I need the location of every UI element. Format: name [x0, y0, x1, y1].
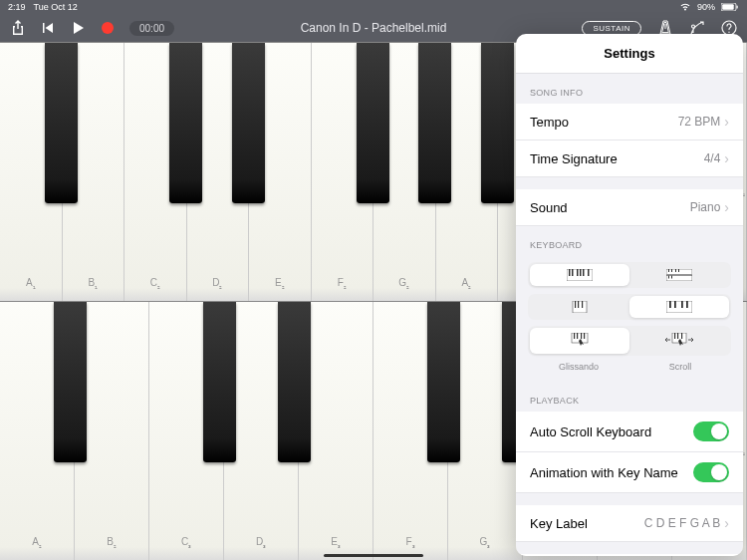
segment-double-row[interactable]	[629, 264, 729, 286]
svg-rect-13	[668, 269, 669, 272]
chevron-right-icon: ›	[724, 114, 729, 130]
home-indicator	[324, 554, 423, 557]
white-key[interactable]: E₃	[299, 302, 374, 560]
row-metronome[interactable]: Metronome and Count-in ›	[516, 554, 743, 556]
white-key[interactable]: D₃	[224, 302, 299, 560]
svg-rect-34	[674, 333, 675, 339]
play-icon[interactable]	[70, 20, 86, 36]
chevron-right-icon: ›	[724, 150, 729, 166]
svg-rect-20	[575, 301, 576, 308]
svg-rect-18	[671, 276, 672, 279]
skip-back-icon[interactable]	[40, 20, 56, 36]
svg-rect-35	[677, 333, 678, 339]
song-title: Canon In D - Pachelbel.mid	[301, 21, 447, 35]
white-key[interactable]: A₂	[0, 302, 75, 560]
svg-rect-17	[668, 276, 669, 279]
svg-rect-22	[582, 301, 583, 308]
svg-rect-29	[574, 333, 575, 339]
time-display: 00:00	[129, 21, 174, 36]
chevron-right-icon: ›	[724, 515, 729, 531]
white-key[interactable]: F₃	[374, 302, 448, 560]
white-key[interactable]: B₂	[75, 302, 149, 560]
white-key[interactable]: B₁	[63, 43, 125, 301]
svg-rect-14	[671, 269, 672, 272]
share-icon[interactable]	[10, 20, 26, 36]
segment-wide[interactable]	[629, 296, 729, 318]
settings-title: Settings	[516, 34, 743, 74]
svg-rect-7	[577, 269, 579, 276]
svg-rect-27	[686, 301, 688, 308]
segment-narrow[interactable]	[530, 296, 629, 318]
row-sound[interactable]: Sound Piano›	[516, 189, 743, 226]
row-animation: Animation with Key Name	[516, 452, 743, 493]
segment-glissando[interactable]	[530, 328, 629, 354]
svg-rect-1	[722, 4, 734, 10]
svg-rect-26	[681, 301, 683, 308]
row-time-signature[interactable]: Time Signature 4/4›	[516, 140, 743, 177]
row-key-label[interactable]: Key Label C D E F G A B›	[516, 505, 743, 542]
svg-rect-10	[588, 269, 590, 276]
svg-rect-21	[578, 301, 579, 308]
status-bar: 2:19 Tue Oct 12 90%	[0, 0, 747, 14]
toggle-animation[interactable]	[693, 462, 729, 482]
svg-rect-12	[666, 276, 692, 282]
segment-scroll[interactable]	[629, 328, 729, 354]
toggle-auto-scroll[interactable]	[693, 421, 729, 441]
segment-single-row[interactable]	[530, 264, 629, 286]
battery-level: 90%	[697, 2, 715, 12]
white-key[interactable]: A₁	[0, 43, 63, 301]
svg-rect-9	[583, 269, 585, 276]
wifi-icon	[679, 3, 691, 11]
section-playback: PLAYBACK	[516, 382, 743, 412]
status-time: 2:19	[8, 2, 26, 12]
battery-icon	[721, 3, 739, 11]
white-key[interactable]: C₂	[124, 43, 187, 301]
white-key[interactable]: F₂	[312, 43, 374, 301]
mode-labels: GlissandoScroll	[528, 362, 731, 372]
section-song-info: SONG INFO	[516, 74, 743, 104]
settings-panel: Settings SONG INFO Tempo 72 BPM› Time Si…	[516, 34, 743, 556]
row-auto-scroll: Auto Scroll Keyboard	[516, 412, 743, 452]
white-key[interactable]: D₂	[187, 43, 250, 301]
svg-rect-36	[681, 333, 682, 339]
svg-rect-16	[678, 269, 679, 272]
chevron-right-icon: ›	[724, 199, 729, 215]
white-key[interactable]: A₂	[436, 43, 499, 301]
white-key[interactable]: G₂	[374, 43, 436, 301]
section-keyboard: KEYBOARD	[516, 226, 743, 256]
svg-rect-8	[580, 269, 582, 276]
white-key[interactable]: G₃	[448, 302, 523, 560]
keyboard-mode-selector[interactable]	[528, 326, 731, 356]
keyboard-rows-selector[interactable]	[528, 262, 731, 288]
svg-rect-24	[669, 301, 671, 308]
svg-rect-25	[674, 301, 676, 308]
row-tempo[interactable]: Tempo 72 BPM›	[516, 104, 743, 140]
svg-rect-32	[584, 333, 585, 339]
white-key[interactable]: E₂	[249, 43, 312, 301]
keyboard-width-selector[interactable]	[528, 294, 731, 320]
svg-rect-31	[581, 333, 582, 339]
record-button[interactable]	[100, 20, 116, 36]
svg-rect-30	[577, 333, 578, 339]
white-key[interactable]: C₃	[149, 302, 224, 560]
svg-rect-2	[737, 6, 738, 9]
svg-rect-5	[569, 269, 571, 276]
svg-rect-6	[572, 269, 574, 276]
svg-rect-15	[675, 269, 676, 272]
status-date: Tue Oct 12	[34, 2, 78, 12]
